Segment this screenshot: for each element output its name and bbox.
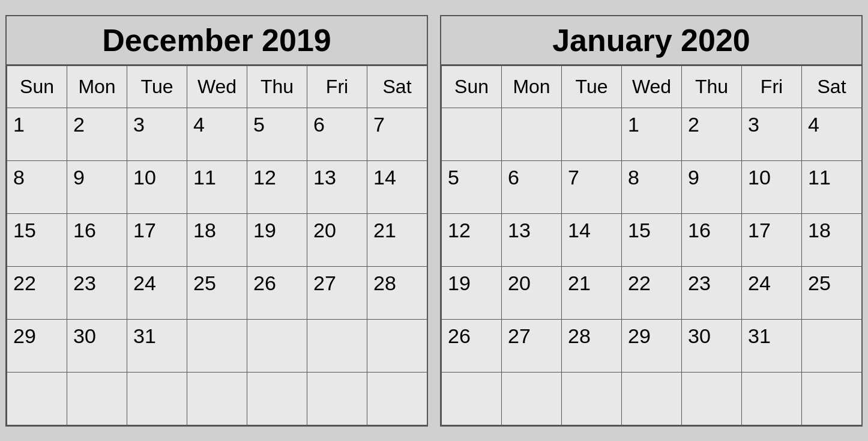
day-number: 18 [808, 219, 831, 242]
empty-day [502, 108, 562, 161]
day-number: 23 [688, 272, 711, 295]
calendar-day[interactable]: 19 [442, 267, 502, 320]
calendar-day[interactable]: 8 [7, 161, 67, 214]
december-calendar: December 2019 SunMonTueWedThuFriSat12345… [5, 15, 428, 427]
day-number: 7 [373, 113, 385, 136]
calendar-day[interactable]: 29 [622, 320, 682, 373]
calendar-day[interactable]: 13 [307, 161, 367, 214]
calendar-day[interactable]: 7 [367, 108, 427, 161]
calendar-day[interactable]: 23 [682, 267, 742, 320]
day-header: Mon [67, 66, 127, 108]
calendar-day[interactable]: 9 [682, 161, 742, 214]
calendar-day[interactable]: 5 [442, 161, 502, 214]
day-number: 19 [448, 272, 471, 295]
calendar-day[interactable]: 22 [622, 267, 682, 320]
calendar-day[interactable]: 15 [622, 214, 682, 267]
calendar-day[interactable]: 27 [307, 267, 367, 320]
calendar-day[interactable]: 24 [742, 267, 802, 320]
calendar-day[interactable]: 28 [562, 320, 622, 373]
calendar-day[interactable]: 9 [67, 161, 127, 214]
calendar-day[interactable]: 4 [187, 108, 247, 161]
calendar-day[interactable]: 19 [247, 214, 307, 267]
calendar-day[interactable]: 30 [682, 320, 742, 373]
calendar-day[interactable]: 6 [307, 108, 367, 161]
calendar-day[interactable]: 14 [367, 161, 427, 214]
calendar-day[interactable]: 3 [742, 108, 802, 161]
day-number: 1 [628, 113, 639, 136]
day-number: 16 [688, 219, 711, 242]
calendar-day[interactable]: 30 [67, 320, 127, 373]
calendar-day[interactable]: 11 [187, 161, 247, 214]
december-grid: SunMonTueWedThuFriSat1234567891011121314… [7, 65, 427, 425]
day-number: 25 [808, 272, 831, 295]
day-number: 13 [313, 166, 336, 189]
calendar-day[interactable]: 28 [367, 267, 427, 320]
empty-day [187, 320, 247, 373]
empty-day [622, 373, 682, 425]
calendar-day[interactable]: 31 [742, 320, 802, 373]
empty-day [247, 373, 307, 425]
day-number: 2 [688, 113, 699, 136]
calendar-day[interactable]: 26 [442, 320, 502, 373]
calendar-day[interactable]: 17 [127, 214, 187, 267]
calendar-day[interactable]: 2 [682, 108, 742, 161]
calendar-day[interactable]: 29 [7, 320, 67, 373]
calendar-day[interactable]: 5 [247, 108, 307, 161]
calendar-day[interactable]: 10 [742, 161, 802, 214]
calendar-day[interactable]: 16 [67, 214, 127, 267]
calendar-day[interactable]: 21 [367, 214, 427, 267]
day-number: 13 [508, 219, 531, 242]
empty-day [307, 373, 367, 425]
day-number: 18 [193, 219, 216, 242]
calendar-day[interactable]: 12 [442, 214, 502, 267]
calendar-day[interactable]: 15 [7, 214, 67, 267]
january-grid: SunMonTueWedThuFriSat1234567891011121314… [441, 65, 861, 425]
calendar-day[interactable]: 11 [802, 161, 862, 214]
calendar-day[interactable]: 13 [502, 214, 562, 267]
calendar-day[interactable]: 1 [7, 108, 67, 161]
calendar-day[interactable]: 24 [127, 267, 187, 320]
calendar-day[interactable]: 20 [307, 214, 367, 267]
day-number: 12 [448, 219, 471, 242]
calendar-day[interactable]: 22 [7, 267, 67, 320]
day-number: 26 [253, 272, 276, 295]
day-number: 21 [373, 219, 396, 242]
day-number: 8 [13, 166, 25, 189]
calendar-day[interactable]: 18 [802, 214, 862, 267]
calendar-day[interactable]: 17 [742, 214, 802, 267]
day-number: 17 [748, 219, 771, 242]
calendar-day[interactable]: 1 [622, 108, 682, 161]
calendar-day[interactable]: 26 [247, 267, 307, 320]
calendars-wrapper: December 2019 SunMonTueWedThuFriSat12345… [0, 9, 868, 433]
day-number: 3 [748, 113, 759, 136]
day-header: Thu [682, 66, 742, 108]
day-header: Wed [187, 66, 247, 108]
calendar-day[interactable]: 20 [502, 267, 562, 320]
day-number: 23 [73, 272, 96, 295]
calendar-day[interactable]: 31 [127, 320, 187, 373]
day-header: Fri [307, 66, 367, 108]
empty-day [742, 373, 802, 425]
calendar-day[interactable]: 25 [187, 267, 247, 320]
empty-day [442, 108, 502, 161]
empty-day [802, 373, 862, 425]
calendar-day[interactable]: 27 [502, 320, 562, 373]
calendar-day[interactable]: 12 [247, 161, 307, 214]
day-number: 28 [373, 272, 396, 295]
calendar-day[interactable]: 3 [127, 108, 187, 161]
calendar-day[interactable]: 18 [187, 214, 247, 267]
day-number: 10 [748, 166, 771, 189]
calendar-day[interactable]: 2 [67, 108, 127, 161]
calendar-day[interactable]: 14 [562, 214, 622, 267]
calendar-day[interactable]: 6 [502, 161, 562, 214]
calendar-day[interactable]: 25 [802, 267, 862, 320]
calendar-day[interactable]: 16 [682, 214, 742, 267]
calendar-day[interactable]: 4 [802, 108, 862, 161]
calendar-day[interactable]: 8 [622, 161, 682, 214]
empty-day [682, 373, 742, 425]
calendar-day[interactable]: 10 [127, 161, 187, 214]
calendar-day[interactable]: 23 [67, 267, 127, 320]
empty-day [562, 373, 622, 425]
calendar-day[interactable]: 21 [562, 267, 622, 320]
calendar-day[interactable]: 7 [562, 161, 622, 214]
